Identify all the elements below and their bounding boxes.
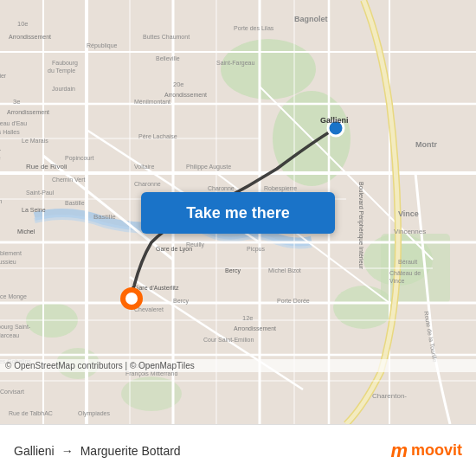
- moovit-logo: m moovit: [390, 440, 462, 462]
- svg-text:Gallieni: Gallieni: [320, 116, 349, 125]
- svg-text:Porte des Lilas: Porte des Lilas: [234, 25, 274, 31]
- svg-text:Père Lachaise: Père Lachaise: [138, 133, 177, 139]
- svg-text:Château de: Château de: [389, 270, 421, 276]
- svg-text:Voltaire: Voltaire: [134, 164, 154, 170]
- svg-text:Buttes Chaumont: Buttes Chaumont: [143, 34, 190, 40]
- route-arrow-icon: →: [61, 444, 74, 458]
- svg-point-1: [221, 39, 316, 100]
- svg-text:Gare d'Austerlitz: Gare d'Austerlitz: [134, 285, 179, 291]
- svg-text:Le Marais: Le Marais: [22, 138, 48, 144]
- svg-text:Michel: Michel: [17, 228, 35, 235]
- route-origin: Gallieni: [14, 444, 55, 458]
- svg-text:Bercy: Bercy: [225, 267, 241, 274]
- svg-text:Vincennes: Vincennes: [394, 228, 426, 235]
- svg-text:Vince: Vince: [389, 278, 404, 284]
- moovit-m-icon: m: [390, 440, 408, 462]
- svg-text:Faubourg: Faubourg: [52, 60, 78, 67]
- svg-text:Corvisart: Corvisart: [0, 389, 24, 395]
- svg-text:Faubourg Saint-: Faubourg Saint-: [0, 324, 31, 331]
- svg-text:Bastille: Bastille: [93, 213, 116, 221]
- svg-text:Dame: Dame: [0, 155, 1, 161]
- svg-text:Les Halles: Les Halles: [0, 129, 20, 135]
- svg-text:Saint-Fargeau: Saint-Fargeau: [216, 60, 254, 67]
- svg-text:Rue de Rivoli: Rue de Rivoli: [26, 163, 68, 170]
- svg-text:Bastille: Bastille: [65, 200, 85, 206]
- svg-text:Charonne: Charonne: [134, 181, 161, 187]
- svg-text:Robespierre: Robespierre: [264, 185, 297, 192]
- svg-text:Picpus: Picpus: [247, 246, 266, 253]
- svg-text:Château d'Eau: Château d'Eau: [0, 120, 27, 126]
- svg-text:20e: 20e: [173, 80, 184, 88]
- svg-text:La Seine: La Seine: [22, 207, 46, 213]
- route-info-bar: Gallieni → Marguerite Bottard m moovit: [0, 424, 476, 476]
- svg-text:Arrondissement: Arrondissement: [9, 34, 51, 40]
- svg-text:Vince: Vince: [398, 209, 419, 218]
- svg-text:République: République: [87, 42, 118, 49]
- svg-text:Boulevard Périphérique Intérie: Boulevard Périphérique Intérieur: [357, 182, 364, 269]
- svg-text:Popincourt: Popincourt: [65, 155, 94, 162]
- svg-text:Reuilly: Reuilly: [186, 241, 205, 248]
- svg-text:Porte Dorée: Porte Dorée: [277, 298, 310, 304]
- svg-text:tin: tin: [0, 198, 3, 204]
- svg-text:Belleville: Belleville: [156, 55, 180, 61]
- svg-text:Jussieu: Jussieu: [0, 259, 16, 265]
- svg-text:12e: 12e: [242, 314, 254, 322]
- svg-text:Olympiades: Olympiades: [78, 410, 110, 417]
- svg-text:Michel Bizot: Michel Bizot: [268, 267, 301, 273]
- svg-text:10e: 10e: [17, 20, 29, 28]
- svg-text:Marceau: Marceau: [0, 332, 19, 338]
- svg-text:Bercy: Bercy: [173, 298, 189, 305]
- svg-text:Cour Saint-Emilion: Cour Saint-Emilion: [203, 337, 254, 343]
- svg-text:Philippe Auguste: Philippe Auguste: [186, 164, 231, 170]
- svg-text:Saint-Paul: Saint-Paul: [26, 190, 55, 196]
- svg-text:Ménilmontant: Ménilmontant: [134, 99, 170, 105]
- svg-text:Montr: Montr: [415, 140, 437, 149]
- take-me-there-button[interactable]: Take me there: [141, 192, 335, 234]
- svg-text:Bagnolet: Bagnolet: [294, 15, 328, 23]
- svg-text:Place Monge: Place Monge: [0, 293, 27, 300]
- svg-text:Sentier: Sentier: [0, 73, 7, 79]
- svg-text:Arrondissement: Arrondissement: [164, 92, 207, 98]
- svg-point-109: [125, 293, 138, 305]
- svg-text:Arrondissement: Arrondissement: [234, 325, 276, 331]
- svg-text:3e: 3e: [13, 98, 20, 106]
- map-container: Rue de Rivoli La Seine Boulevard Périphé…: [0, 0, 476, 424]
- route-destination: Marguerite Bottard: [80, 444, 181, 458]
- svg-text:Charenton-: Charenton-: [372, 392, 407, 400]
- map-attribution: © OpenStreetMap contributors | © OpenMap…: [0, 359, 476, 372]
- svg-text:Charonne: Charonne: [208, 185, 235, 191]
- svg-text:du Temple: du Temple: [48, 68, 75, 74]
- svg-text:Bérault: Bérault: [398, 259, 417, 265]
- moovit-brand-name: moovit: [411, 441, 462, 460]
- svg-text:blement: blement: [0, 250, 22, 256]
- svg-text:Jourdain: Jourdain: [52, 86, 75, 92]
- svg-text:Arrondissement: Arrondissement: [7, 109, 49, 115]
- svg-text:Chemin Vert: Chemin Vert: [52, 177, 86, 183]
- svg-text:Rue de TalbhAC: Rue de TalbhAC: [9, 410, 53, 416]
